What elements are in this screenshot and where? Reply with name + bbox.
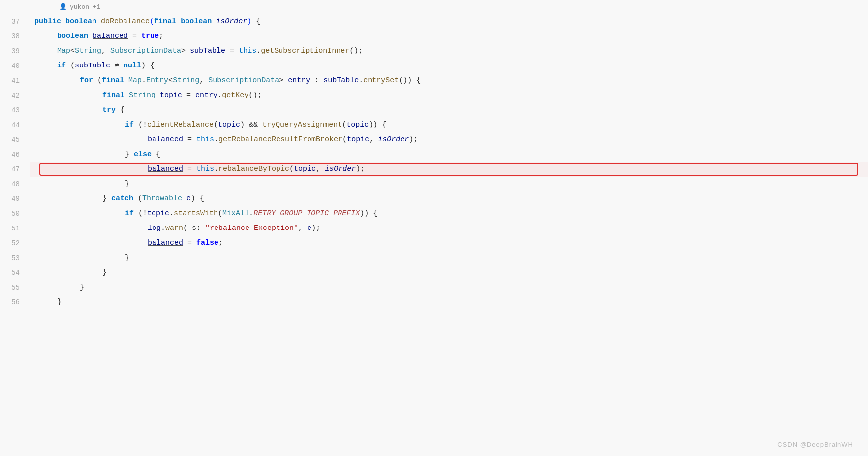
line-content: } (30, 177, 868, 192)
code-line: 44if (!clientRebalance(topic) && tryQuer… (0, 118, 868, 132)
line-content: } (30, 265, 868, 280)
line-content: balanced = false; (30, 236, 868, 251)
line-content: if (!clientRebalance(topic) && tryQueryA… (30, 118, 868, 132)
author-icon: 👤 (59, 3, 67, 11)
line-content: } (30, 280, 868, 295)
line-content: balanced = this.rebalanceByTopic(topic, … (30, 162, 868, 177)
code-line: 51log.warn( s: "rebalance Exception", e)… (0, 221, 868, 236)
code-editor: 👤 yukon +1 37public boolean doRebalance(… (0, 0, 868, 456)
line-content: } (30, 295, 868, 310)
line-number: 46 (0, 147, 30, 162)
line-number: 47 (0, 162, 30, 177)
line-content: if (subTable ≠ null) { (30, 59, 868, 73)
code-line: 39Map<String, SubscriptionData> subTable… (0, 44, 868, 59)
line-content: try { (30, 103, 868, 118)
code-line: 53} (0, 251, 868, 265)
line-content: if (!topic.startsWith(MixAll.RETRY_GROUP… (30, 206, 868, 221)
code-line: 38boolean balanced = true; (0, 29, 868, 44)
code-line: 52balanced = false; (0, 236, 868, 251)
line-content: log.warn( s: "rebalance Exception", e); (30, 221, 868, 236)
line-number: 53 (0, 251, 30, 265)
code-line: 55} (0, 280, 868, 295)
line-number: 50 (0, 206, 30, 221)
code-lines: 37public boolean doRebalance(final boole… (0, 14, 868, 310)
line-number: 52 (0, 236, 30, 251)
line-number: 54 (0, 265, 30, 280)
line-content: Map<String, SubscriptionData> subTable =… (30, 44, 868, 59)
author-bar: 👤 yukon +1 (0, 0, 868, 14)
code-line: 49} catch (Throwable e) { (0, 192, 868, 206)
line-number: 51 (0, 221, 30, 236)
line-content: } (30, 251, 868, 265)
line-number: 37 (0, 14, 30, 29)
code-line: 41for (final Map.Entry<String, Subscript… (0, 73, 868, 88)
line-number: 43 (0, 103, 30, 118)
code-line: 42final String topic = entry.getKey(); (0, 88, 868, 103)
code-line: 56} (0, 295, 868, 310)
code-line: 48} (0, 177, 868, 192)
line-number: 56 (0, 295, 30, 310)
line-content: balanced = this.getRebalanceResultFromBr… (30, 132, 868, 147)
line-number: 48 (0, 177, 30, 192)
line-number: 40 (0, 59, 30, 73)
line-number: 42 (0, 88, 30, 103)
author-label: yukon +1 (70, 3, 100, 11)
line-content: } catch (Throwable e) { (30, 192, 868, 206)
line-content: for (final Map.Entry<String, Subscriptio… (30, 73, 868, 88)
code-line: 40if (subTable ≠ null) { (0, 59, 868, 73)
line-number: 49 (0, 192, 30, 206)
code-line: 46} else { (0, 147, 868, 162)
code-line: 54} (0, 265, 868, 280)
line-number: 38 (0, 29, 30, 44)
code-line: 50if (!topic.startsWith(MixAll.RETRY_GRO… (0, 206, 868, 221)
line-content: final String topic = entry.getKey(); (30, 88, 868, 103)
line-content: } else { (30, 147, 868, 162)
line-number: 41 (0, 73, 30, 88)
code-line: 37public boolean doRebalance(final boole… (0, 14, 868, 29)
watermark: CSDN @DeepBrainWH (777, 441, 853, 448)
code-line: 45balanced = this.getRebalanceResultFrom… (0, 132, 868, 147)
code-line: 47balanced = this.rebalanceByTopic(topic… (0, 162, 868, 177)
line-number: 44 (0, 118, 30, 132)
line-content: public boolean doRebalance(final boolean… (30, 14, 868, 29)
code-line: 43try { (0, 103, 868, 118)
line-number: 45 (0, 132, 30, 147)
line-number: 55 (0, 280, 30, 295)
line-number: 39 (0, 44, 30, 59)
line-content: boolean balanced = true; (30, 29, 868, 44)
